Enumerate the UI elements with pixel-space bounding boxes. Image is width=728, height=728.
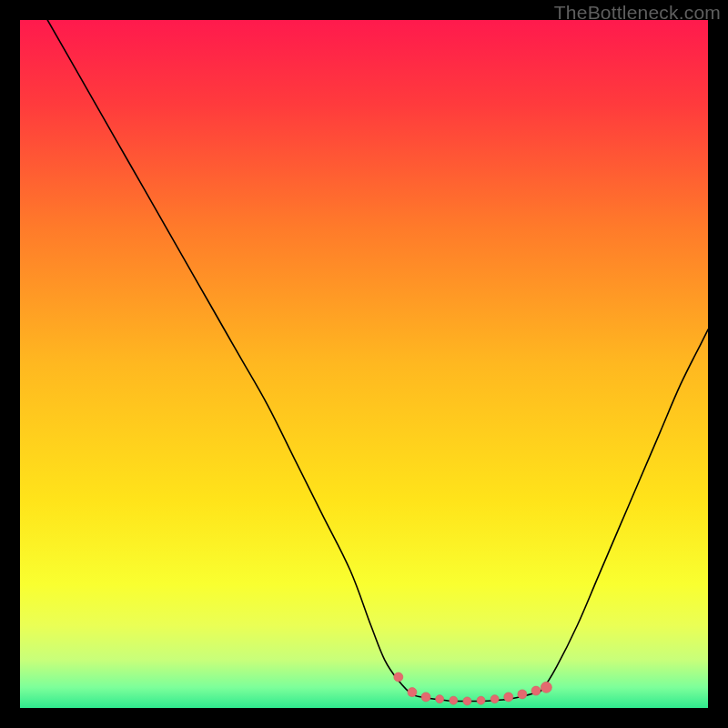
highlight-markers: [394, 672, 552, 705]
watermark-text: TheBottleneck.com: [554, 2, 721, 24]
marker-dot: [450, 696, 458, 704]
chart-svg: [20, 20, 708, 708]
chart-frame: TheBottleneck.com: [0, 0, 728, 728]
marker-dot: [541, 682, 551, 693]
marker-dot: [518, 690, 527, 699]
bottleneck-curve: [47, 20, 708, 702]
marker-dot: [408, 688, 417, 697]
marker-dot: [490, 695, 499, 703]
marker-dot: [477, 696, 485, 704]
plot-area: [20, 20, 708, 708]
marker-dot: [463, 697, 471, 705]
marker-dot: [421, 693, 430, 702]
marker-dot: [531, 686, 541, 695]
marker-dot: [504, 693, 513, 702]
marker-dot: [436, 695, 444, 703]
marker-dot: [394, 672, 403, 682]
